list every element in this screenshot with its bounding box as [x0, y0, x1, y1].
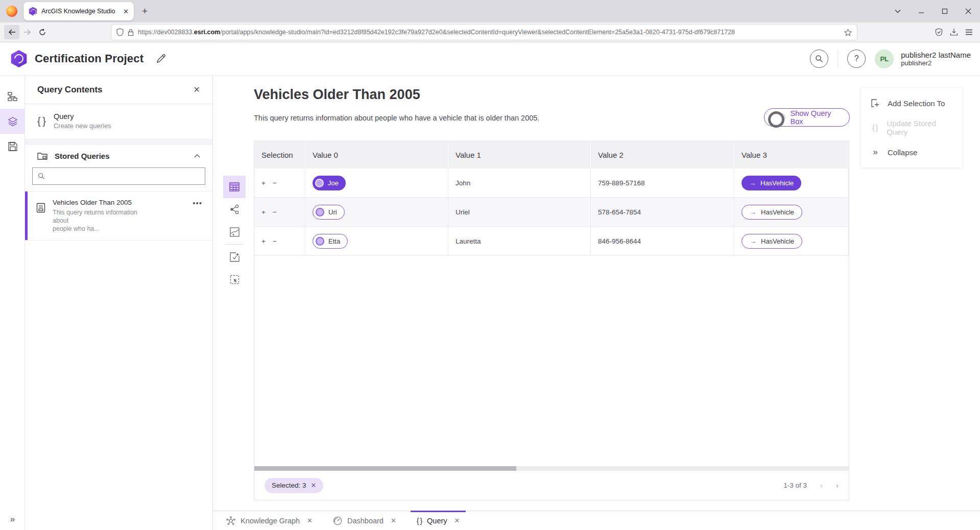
- user-avatar[interactable]: PL: [875, 50, 894, 68]
- expand-selection-button[interactable]: +: [261, 237, 266, 245]
- menu-item-collapse[interactable]: » Collapse: [861, 140, 962, 164]
- next-page-button[interactable]: ›: [836, 481, 839, 490]
- urlbar-right-icons: [935, 28, 973, 36]
- back-button[interactable]: [4, 25, 19, 39]
- tab-list-chevron-icon[interactable]: [886, 0, 910, 22]
- stored-queries-header[interactable]: Stored Queries: [25, 144, 212, 165]
- remove-selection-button[interactable]: −: [273, 208, 277, 216]
- account-shield-icon[interactable]: [935, 28, 943, 36]
- forward-button[interactable]: [19, 25, 35, 39]
- tab-query[interactable]: { } Query ✕: [407, 511, 470, 530]
- tracking-shield-icon[interactable]: [116, 28, 124, 36]
- browser-tab[interactable]: ArcGIS Knowledge Studio ✕: [23, 2, 134, 20]
- rail-save-button[interactable]: [0, 134, 25, 159]
- panel-close-icon[interactable]: ✕: [194, 85, 200, 94]
- relationship-pill[interactable]: →HasVehicle: [742, 176, 801, 190]
- close-tab-icon[interactable]: ✕: [391, 517, 396, 524]
- stored-query-doc-icon: [36, 203, 45, 213]
- chevron-up-icon[interactable]: [194, 154, 200, 158]
- entity-dot-icon: [316, 208, 324, 216]
- menu-item-add-selection-to[interactable]: Add Selection To: [861, 91, 962, 115]
- url-field[interactable]: https://dev0028833.esri.com/portal/apps/…: [111, 25, 857, 40]
- tab-dashboard[interactable]: Dashboard ✕: [323, 511, 407, 530]
- map-view-button[interactable]: [223, 221, 246, 243]
- link-chart-icon: [229, 204, 240, 214]
- help-button[interactable]: ?: [847, 50, 866, 68]
- table-view-button[interactable]: [223, 176, 246, 198]
- knowledge-studio-logo-icon[interactable]: [10, 50, 28, 67]
- folder-icon: [37, 152, 47, 160]
- expand-rail-button[interactable]: »: [0, 512, 25, 527]
- entity-pill[interactable]: Uri: [313, 205, 345, 220]
- query-list-item[interactable]: { } Query Create new queries: [25, 104, 212, 139]
- search-button[interactable]: [810, 50, 828, 68]
- previous-page-button[interactable]: ‹: [820, 481, 823, 490]
- table-header-row: Selection Value 0 Value 1 Value 2 Value …: [254, 141, 849, 168]
- selection-tools-button[interactable]: [223, 268, 246, 291]
- firefox-icon[interactable]: [6, 6, 17, 17]
- remove-selection-button[interactable]: −: [273, 237, 277, 245]
- toggle-switch[interactable]: [769, 113, 786, 122]
- relationship-pill[interactable]: →HasVehicle: [742, 234, 802, 249]
- stored-query-item[interactable]: Vehicles Older Than 2005 This query retu…: [25, 191, 212, 240]
- application-window: ArcGIS Knowledge Studio ✕ +: [0, 0, 980, 530]
- stored-queries-searchbox[interactable]: [32, 167, 205, 185]
- clear-selection-icon[interactable]: ✕: [311, 481, 317, 489]
- new-tab-button[interactable]: +: [142, 6, 148, 17]
- more-options-icon[interactable]: •••: [193, 199, 202, 233]
- column-header[interactable]: Value 0: [305, 141, 448, 168]
- project-title: Certification Project: [35, 52, 144, 65]
- minimize-button[interactable]: [910, 0, 933, 22]
- expand-selection-button[interactable]: +: [261, 208, 266, 216]
- link-chart-view-button[interactable]: [223, 198, 246, 221]
- table-row[interactable]: +− Uri Uriel 578-654-7854 →HasVehicle: [254, 198, 849, 227]
- horizontal-scrollbar[interactable]: [254, 466, 849, 471]
- extensions-tray-icon[interactable]: [950, 28, 958, 36]
- user-name: publisher2 lastName: [901, 51, 971, 59]
- rail-data-model-button[interactable]: [0, 84, 25, 109]
- cell-value[interactable]: John: [448, 168, 591, 198]
- column-header[interactable]: Selection: [254, 141, 305, 168]
- entity-pill[interactable]: Joe: [313, 176, 346, 190]
- edit-title-pencil-icon[interactable]: [156, 54, 166, 64]
- cell-value[interactable]: 578-654-7854: [591, 198, 734, 227]
- menu-item-update-stored-query[interactable]: { } Update Stored Query: [861, 115, 962, 140]
- expand-selection-button[interactable]: +: [261, 179, 266, 187]
- relationship-pill[interactable]: →HasVehicle: [742, 205, 802, 220]
- main-content: Vehicles Older Than 2005 This query retu…: [213, 76, 980, 530]
- table-row[interactable]: +− Etta Lauretta 846-956-8644 →HasVehicl…: [254, 227, 849, 256]
- user-info[interactable]: publisher2 lastName publisher2: [901, 51, 971, 67]
- cell-value[interactable]: Lauretta: [448, 227, 591, 256]
- column-header[interactable]: Value 1: [448, 141, 591, 168]
- table-row[interactable]: +− Joe John 759-889-57168 →HasVehicle: [254, 168, 849, 198]
- column-header[interactable]: Value 3: [734, 141, 849, 168]
- cell-value[interactable]: 759-889-57168: [591, 168, 734, 198]
- user-username: publisher2: [901, 59, 971, 67]
- hamburger-menu-icon[interactable]: [965, 29, 973, 35]
- layers-icon: [8, 116, 18, 127]
- tab-close-icon[interactable]: ✕: [123, 8, 129, 15]
- restore-button[interactable]: [933, 0, 957, 22]
- close-tab-icon[interactable]: ✕: [455, 517, 460, 524]
- close-window-button[interactable]: [957, 0, 980, 22]
- add-to-map-button[interactable]: [223, 246, 246, 268]
- selected-count-chip[interactable]: Selected: 3 ✕: [265, 478, 323, 493]
- entity-pill[interactable]: Etta: [313, 234, 348, 249]
- reload-button[interactable]: [35, 25, 50, 39]
- bookmark-star-icon[interactable]: [844, 29, 852, 36]
- chevrons-right-icon: »: [870, 147, 880, 157]
- search-input[interactable]: [49, 173, 200, 180]
- show-query-box-toggle[interactable]: Show Query Box: [764, 108, 850, 127]
- cell-value[interactable]: Uriel: [448, 198, 591, 227]
- cell-value[interactable]: 846-956-8644: [591, 227, 734, 256]
- lock-icon[interactable]: [128, 29, 134, 36]
- knowledge-graph-icon: [226, 516, 235, 525]
- column-header[interactable]: Value 2: [591, 141, 734, 168]
- entity-dot-icon: [315, 179, 324, 187]
- rail-contents-button[interactable]: [0, 109, 25, 134]
- tab-knowledge-graph[interactable]: Knowledge Graph ✕: [216, 511, 323, 530]
- panel-title: Query Contents: [37, 85, 194, 95]
- remove-selection-button[interactable]: −: [273, 179, 277, 187]
- close-tab-icon[interactable]: ✕: [307, 517, 313, 524]
- scrollbar-thumb[interactable]: [254, 466, 516, 471]
